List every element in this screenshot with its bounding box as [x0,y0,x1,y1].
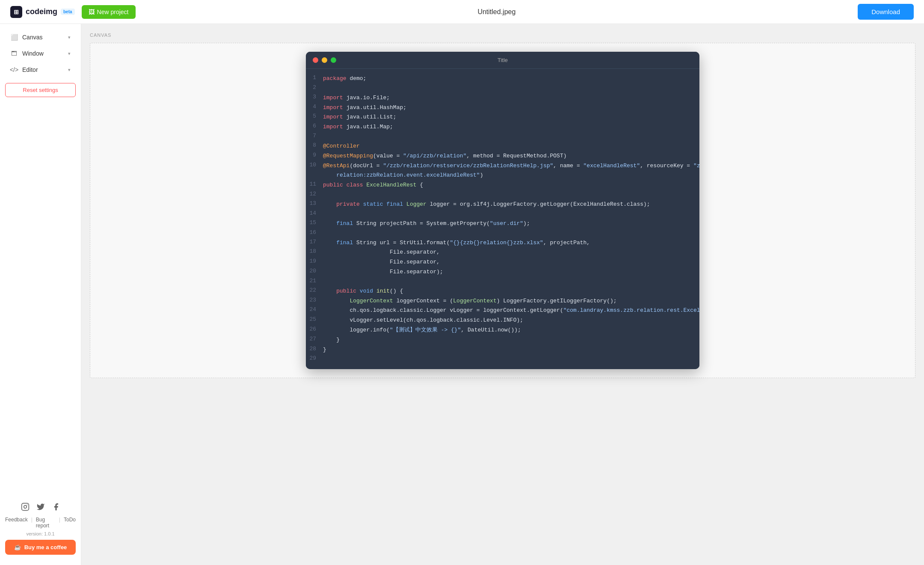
code-line-27: 27 } [306,335,699,345]
footer-links: Feedback | Bug report | ToDo [5,517,76,529]
coffee-icon: ☕ [14,544,21,550]
code-line-19: 19 File.separator, [306,257,699,267]
download-button[interactable]: Download [858,4,914,20]
header: ⊞ codeimg beta 🖼 New project Untitled.jp… [0,0,924,24]
code-line-13: 13 private static final Logger logger = … [306,200,699,210]
traffic-lights [313,57,336,63]
code-line-7: 7 [306,132,699,142]
coffee-label: Buy me a coffee [24,544,67,550]
code-line-24: 24 ch.qos.logback.classic.Logger vLogger… [306,306,699,316]
new-project-icon: 🖼 [89,9,95,15]
code-line-21: 21 [306,277,699,287]
code-line-10b: relation:zzbRelation.event.excelHandleRe… [306,171,699,180]
logo-symbol: ⊞ [14,9,19,15]
sidebar: ⬜ Canvas ▾ 🗔 Window ▾ </> Editor ▾ R [0,24,81,565]
code-line-3: 3 import java.io.File; [306,93,699,103]
beta-badge: beta [61,9,75,15]
code-window: Title 1 package demo; 2 3 import java.io… [306,52,699,369]
twitter-icon[interactable] [36,503,45,513]
code-line-25: 25 vLogger.setLevel(ch.qos.logback.class… [306,316,699,325]
logo-text: codeimg [26,7,57,16]
bug-report-link[interactable]: Bug report [36,517,56,529]
code-line-22: 22 public void init() { [306,287,699,296]
header-title: Untitled.jpeg [477,8,515,16]
reset-settings-button[interactable]: Reset settings [5,83,76,97]
social-icons [5,503,76,513]
logo-icon: ⊞ [10,6,22,18]
code-body: 1 package demo; 2 3 import java.io.File;… [306,69,699,369]
coffee-button[interactable]: ☕ Buy me a coffee [5,540,76,555]
canvas-section-label: CANVAS [90,33,915,38]
code-line-29: 29 [306,355,699,364]
code-line-10: 10 @RestApi(docUrl = "/zzb/relation/rest… [306,161,699,171]
editor-icon: </> [10,66,18,74]
window-label: Window [22,50,44,57]
code-line-4: 4 import java.util.HashMap; [306,103,699,113]
window-icon: 🗔 [10,50,18,57]
code-line-11: 11 public class ExcelHandleRest { [306,180,699,190]
svg-rect-0 [21,503,29,511]
feedback-link[interactable]: Feedback [5,517,28,529]
main: ⬜ Canvas ▾ 🗔 Window ▾ </> Editor ▾ R [0,24,924,565]
canvas-frame: Title 1 package demo; 2 3 import java.io… [90,43,915,378]
sidebar-menu: ⬜ Canvas ▾ 🗔 Window ▾ </> Editor ▾ [0,29,81,78]
editor-chevron: ▾ [68,67,71,73]
window-title-label: Title [498,57,508,63]
code-line-9: 9 @RequestMapping(value = "/api/zzb/rela… [306,151,699,161]
code-line-26: 26 logger.info("【测试】中文效果 -> {}", DateUti… [306,325,699,335]
code-titlebar: Title [306,52,699,69]
code-line-1: 1 package demo; [306,74,699,84]
sidebar-item-window[interactable]: 🗔 Window ▾ [5,45,76,62]
code-line-14: 14 [306,210,699,219]
canvas-area: CANVAS Title 1 package demo; [81,24,924,565]
code-line-6: 6 import java.util.Map; [306,122,699,132]
canvas-label: Canvas [22,34,42,41]
new-project-button[interactable]: 🖼 New project [82,5,136,19]
logo-area: ⊞ codeimg beta [10,6,75,18]
new-project-label: New project [97,9,129,15]
tl-red [313,57,318,63]
header-left: ⊞ codeimg beta 🖼 New project [10,5,136,19]
tl-yellow [322,57,327,63]
editor-label: Editor [22,66,38,73]
code-line-17: 17 final String url = StrUtil.format("{}… [306,238,699,248]
code-line-2: 2 [306,84,699,93]
sidebar-item-canvas[interactable]: ⬜ Canvas ▾ [5,29,76,45]
canvas-icon: ⬜ [10,33,18,41]
canvas-chevron: ▾ [68,35,71,40]
code-line-16: 16 [306,229,699,238]
code-line-18: 18 File.separator, [306,248,699,257]
code-line-20: 20 File.separator); [306,267,699,277]
tl-green [331,57,336,63]
code-line-15: 15 final String projectPath = System.get… [306,219,699,229]
code-line-8: 8 @Controller [306,142,699,151]
sidebar-footer: Feedback | Bug report | ToDo version: 1.… [0,497,81,560]
window-chevron: ▾ [68,51,71,56]
version-text: version: 1.0.1 [5,531,76,536]
todo-link[interactable]: ToDo [64,517,76,529]
instagram-icon[interactable] [21,503,30,513]
code-line-28: 28 } [306,345,699,355]
code-line-12: 12 [306,190,699,200]
code-line-23: 23 LoggerContext loggerContext = (Logger… [306,296,699,306]
facebook-icon[interactable] [52,503,60,513]
sidebar-item-editor[interactable]: </> Editor ▾ [5,62,76,78]
code-line-5: 5 import java.util.List; [306,112,699,122]
